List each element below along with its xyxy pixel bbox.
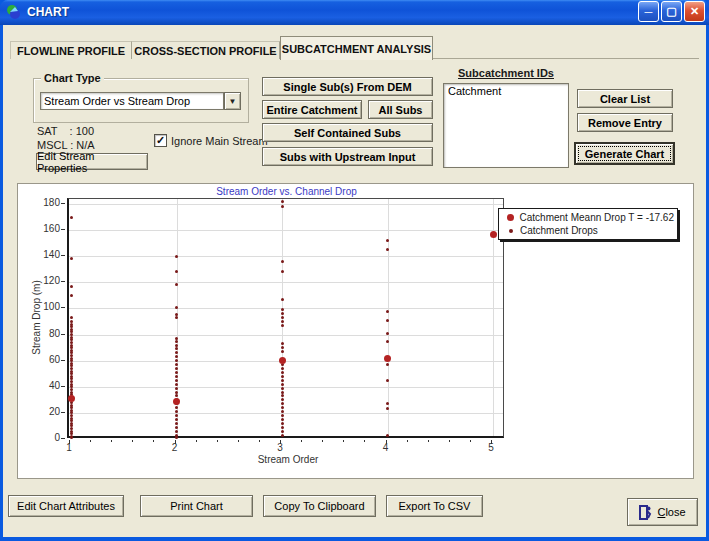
x-minor-tick — [238, 440, 239, 442]
x-minor-tick — [322, 440, 323, 442]
data-point — [281, 391, 284, 394]
data-point — [386, 379, 389, 382]
data-point — [175, 344, 178, 347]
export-to-csv-button[interactable]: Export To CSV — [386, 495, 483, 517]
y-tick — [61, 386, 65, 387]
client-area: FLOWLINE PROFILE CROSS-SECTION PROFILE S… — [3, 25, 706, 537]
exit-door-icon — [639, 505, 652, 520]
x-minor-tick — [364, 440, 365, 442]
y-tick-label: 120 — [30, 275, 60, 286]
print-chart-button[interactable]: Print Chart — [140, 495, 253, 517]
data-point — [281, 308, 284, 311]
data-point — [175, 426, 178, 429]
subcatchment-ids-label: Subcatchment IDs — [443, 67, 569, 79]
gridline — [69, 230, 503, 231]
generate-chart-button[interactable]: Generate Chart — [574, 142, 675, 165]
data-point — [281, 367, 284, 370]
y-tick-label: 100 — [30, 301, 60, 312]
single-subs-from-dem-button[interactable]: Single Sub(s) From DEM — [262, 77, 433, 96]
data-point — [175, 387, 178, 390]
gridline — [69, 308, 503, 309]
tab-subcatchment-analysis[interactable]: SUBCATCHMENT ANALYSIS — [280, 36, 433, 60]
self-contained-subs-button[interactable]: Self Contained Subs — [262, 123, 433, 142]
chevron-down-icon[interactable]: ▼ — [224, 92, 241, 110]
y-tick — [61, 412, 65, 413]
x-minor-tick — [111, 440, 112, 442]
y-tick-label: 0 — [30, 432, 60, 443]
chart-type-combobox[interactable]: Stream Order vs Stream Drop ▼ — [40, 92, 241, 110]
large-dot-icon — [502, 214, 520, 221]
data-point — [70, 257, 73, 260]
data-point — [281, 260, 284, 263]
data-point — [281, 410, 284, 413]
x-tick-label: 4 — [375, 442, 397, 453]
data-point — [70, 316, 73, 319]
close-button[interactable]: Close — [627, 498, 698, 526]
data-point — [386, 239, 389, 242]
minimize-button[interactable]: ─ — [638, 1, 659, 22]
data-point — [281, 346, 284, 349]
x-minor-tick — [196, 440, 197, 442]
data-point — [281, 320, 284, 323]
data-point — [175, 379, 178, 382]
ignore-main-stream-checkbox[interactable]: ✓ — [154, 134, 167, 147]
y-tick — [61, 203, 65, 204]
chart-title: Stream Order vs. Channel Drop — [68, 186, 505, 197]
x-minor-tick — [470, 440, 471, 442]
chart-window: CHART ─ ▢ ✕ FLOWLINE PROFILE CROSS-SECTI… — [0, 0, 709, 541]
remove-entry-button[interactable]: Remove Entry — [577, 113, 673, 132]
data-point — [70, 285, 73, 288]
data-point — [175, 383, 178, 386]
title-bar[interactable]: CHART ─ ▢ ✕ — [0, 0, 709, 25]
chart-panel: Stream Order vs. Channel Drop Stream Dro… — [17, 183, 694, 479]
data-point — [281, 418, 284, 421]
gridline — [69, 335, 503, 336]
sat-value-label: SAT : 100 — [37, 125, 94, 137]
data-point — [281, 430, 284, 433]
ignore-main-stream-label: Ignore Main Stream — [171, 135, 268, 147]
gridline — [69, 387, 503, 388]
all-subs-button[interactable]: All Subs — [368, 100, 433, 119]
close-window-button[interactable]: ✕ — [684, 1, 705, 22]
subcatchment-ids-listbox[interactable]: Catchment — [443, 83, 569, 168]
copy-to-clipboard-button[interactable]: Copy To Clipboard — [263, 495, 376, 517]
data-point — [175, 406, 178, 409]
y-tick-label: 180 — [30, 197, 60, 208]
subs-with-upstream-input-button[interactable]: Subs with Upstream Input — [262, 147, 433, 166]
legend-item-drops: Catchment Drops — [502, 224, 674, 237]
mean-point — [279, 357, 286, 364]
list-item[interactable]: Catchment — [444, 84, 568, 98]
tab-flowline-profile[interactable]: FLOWLINE PROFILE — [10, 41, 132, 59]
y-tick — [61, 307, 65, 308]
data-point — [175, 306, 178, 309]
entire-catchment-button[interactable]: Entire Catchment — [262, 100, 362, 119]
y-tick — [61, 281, 65, 282]
data-point — [175, 363, 178, 366]
data-point — [175, 436, 178, 439]
x-minor-tick — [449, 440, 450, 442]
x-minor-tick — [407, 440, 408, 442]
gridline — [69, 413, 503, 414]
x-minor-tick — [217, 440, 218, 442]
data-point — [281, 270, 284, 273]
y-tick-label: 160 — [30, 223, 60, 234]
clear-list-button[interactable]: Clear List — [577, 89, 673, 108]
y-tick-label: 60 — [30, 354, 60, 365]
gridline — [388, 199, 389, 436]
data-point — [175, 316, 178, 319]
data-point — [175, 394, 178, 397]
maximize-button[interactable]: ▢ — [661, 1, 682, 22]
y-tick — [61, 360, 65, 361]
edit-chart-attributes-button[interactable]: Edit Chart Attributes — [8, 495, 124, 517]
legend-item-mean: Catchment Meann Drop T = -17.62 — [502, 211, 674, 224]
x-minor-tick — [90, 440, 91, 442]
gridline — [69, 282, 503, 283]
data-point — [281, 422, 284, 425]
data-point — [175, 414, 178, 417]
tab-cross-section-profile[interactable]: CROSS-SECTION PROFILE — [132, 41, 280, 59]
data-point — [386, 310, 389, 313]
data-point — [175, 283, 178, 286]
data-point — [175, 391, 178, 394]
x-tick-label: 2 — [164, 442, 186, 453]
edit-stream-properties-button[interactable]: Edit Stream Properties — [36, 153, 148, 170]
